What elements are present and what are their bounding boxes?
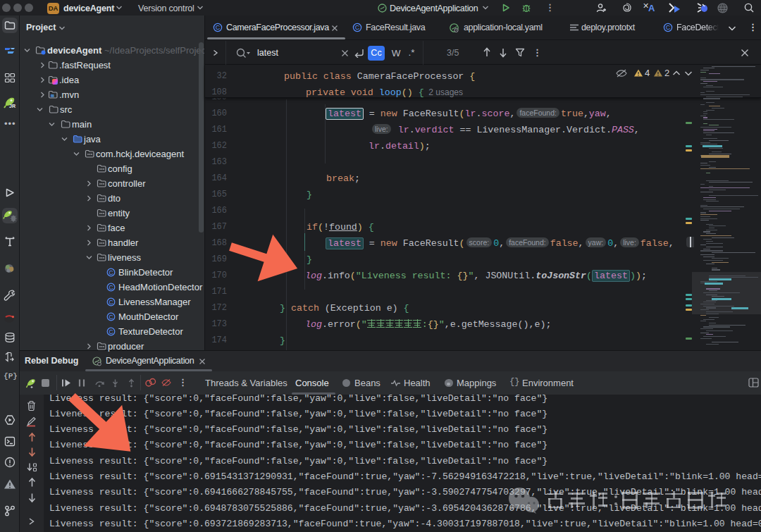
svg-text:C: C	[109, 284, 113, 291]
svg-text:C: C	[109, 299, 113, 306]
svg-text:C: C	[109, 314, 113, 321]
svg-text:C: C	[666, 24, 671, 31]
svg-text:C: C	[216, 24, 221, 31]
svg-text:C: C	[109, 328, 113, 335]
svg-text:C: C	[355, 24, 360, 31]
svg-text:C: C	[109, 269, 113, 276]
